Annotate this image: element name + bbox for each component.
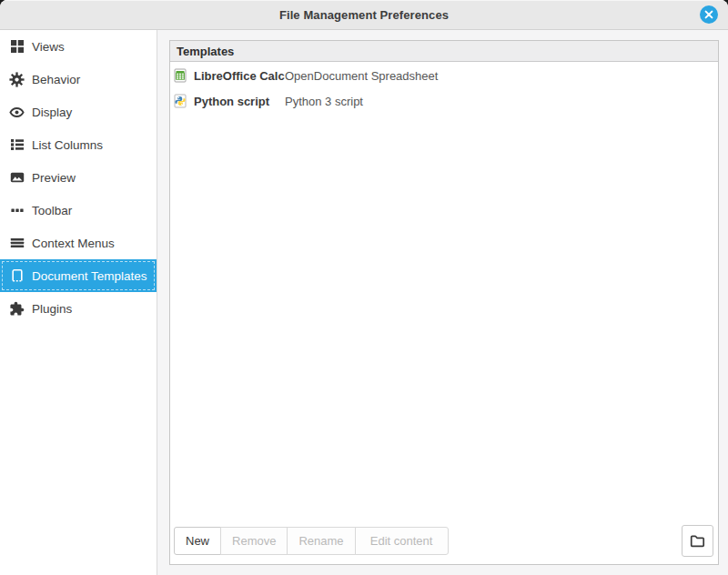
rename-button[interactable]: Rename: [287, 527, 355, 555]
template-actions-group: New Remove Rename Edit content: [174, 527, 449, 555]
sidebar-item-label: Context Menus: [32, 237, 115, 250]
sidebar-item-plugins[interactable]: Plugins: [0, 292, 157, 325]
templates-list: LibreOffice Calc OpenDocument Spreadshee…: [170, 62, 718, 521]
sidebar-item-preview[interactable]: Preview: [0, 161, 157, 194]
sidebar-item-label: Toolbar: [32, 204, 72, 217]
sidebar-item-label: Plugins: [32, 302, 72, 316]
sidebar-item-display[interactable]: Display: [0, 96, 157, 128]
new-button[interactable]: New: [174, 527, 221, 555]
sidebar-item-behavior[interactable]: Behavior: [0, 63, 157, 96]
python-icon: [173, 94, 187, 108]
sidebar-item-document-templates[interactable]: Document Templates: [0, 259, 157, 292]
preferences-window: File Management Preferences Views: [0, 0, 728, 575]
templates-header-label: Templates: [177, 45, 234, 58]
window-body: Views: [0, 30, 728, 575]
template-name: Python script: [194, 95, 285, 108]
eye-icon: [9, 105, 25, 120]
template-description: Python 3 script: [285, 95, 363, 108]
sidebar-item-toolbar[interactable]: Toolbar: [0, 194, 157, 227]
template-icon: [9, 268, 25, 284]
image-icon: [9, 170, 25, 186]
sidebar-item-label: List Columns: [32, 138, 103, 152]
close-button[interactable]: [699, 5, 719, 25]
list-columns-icon: [9, 137, 25, 153]
templates-column-header[interactable]: Templates: [170, 41, 718, 62]
menu-icon: [9, 236, 25, 251]
puzzle-icon: [9, 301, 25, 317]
grid-icon: [9, 39, 25, 55]
templates-frame: Templates: [169, 40, 719, 565]
edit-content-button[interactable]: Edit content: [355, 527, 449, 555]
folder-icon: [690, 533, 705, 549]
template-description: OpenDocument Spreadsheet: [285, 69, 438, 83]
main-panel: Templates: [157, 30, 728, 575]
sidebar-item-context-menus[interactable]: Context Menus: [0, 227, 157, 259]
spreadsheet-icon: [173, 68, 187, 83]
close-icon: [699, 5, 719, 25]
gear-icon: [9, 72, 25, 87]
sidebar-item-list-columns[interactable]: List Columns: [0, 128, 157, 161]
template-row-python-script[interactable]: Python script Python 3 script: [170, 88, 718, 114]
template-row-libreoffice-calc[interactable]: LibreOffice Calc OpenDocument Spreadshee…: [170, 63, 718, 88]
dots-icon: [9, 203, 25, 218]
template-name: LibreOffice Calc: [194, 69, 285, 83]
sidebar-item-label: Display: [32, 106, 72, 119]
titlebar[interactable]: File Management Preferences: [0, 0, 728, 30]
sidebar: Views: [0, 30, 157, 575]
sidebar-item-views[interactable]: Views: [0, 30, 157, 63]
sidebar-item-label: Views: [32, 40, 65, 54]
open-templates-folder-button[interactable]: [682, 525, 713, 557]
templates-toolbar: New Remove Rename Edit content: [170, 521, 718, 564]
remove-button[interactable]: Remove: [220, 527, 288, 555]
sidebar-item-label: Preview: [32, 171, 76, 185]
sidebar-item-label: Behavior: [32, 73, 80, 86]
window-title: File Management Preferences: [279, 8, 449, 22]
sidebar-item-label: Document Templates: [32, 269, 147, 283]
